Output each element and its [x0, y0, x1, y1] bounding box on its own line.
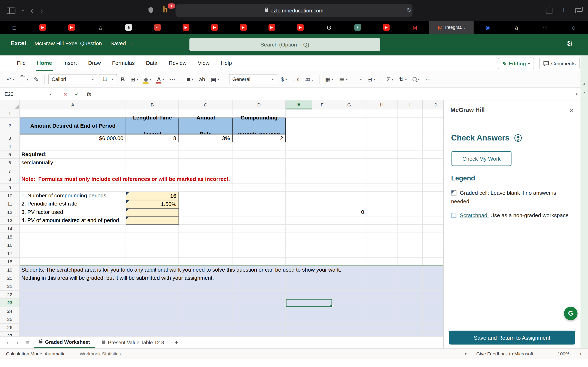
cell-I19[interactable] — [398, 266, 423, 274]
chatgpt-icon[interactable]: ∗ — [343, 21, 372, 34]
row-header-11[interactable]: 11 — [0, 200, 20, 208]
check-my-work-button[interactable]: Check My Work — [451, 151, 511, 166]
cell-D27[interactable] — [233, 332, 286, 336]
privacy-shield-icon[interactable] — [148, 7, 154, 15]
cell-C6[interactable] — [179, 159, 233, 167]
youtube-icon[interactable]: ▶ — [372, 21, 401, 34]
youtube-icon[interactable]: ▶ — [200, 21, 229, 34]
cell-F2[interactable] — [312, 118, 332, 134]
grid[interactable]: ABCDEFGHIJ123456789101112131415161718192… — [0, 100, 443, 336]
cell-E9[interactable] — [286, 184, 312, 192]
cell-I23[interactable] — [398, 299, 423, 307]
cell-C10[interactable] — [179, 192, 233, 200]
right-scroll-rail[interactable]: ▴ ▾ — [580, 55, 588, 348]
cell-F15[interactable] — [312, 233, 332, 241]
cell-I15[interactable] — [398, 233, 423, 241]
cell-F10[interactable] — [312, 192, 332, 200]
cell-C4[interactable] — [179, 142, 233, 150]
cell-D9[interactable] — [233, 184, 286, 192]
col-header-C[interactable]: C — [179, 100, 233, 109]
row-header-18[interactable]: 18 — [0, 258, 20, 266]
youtube-icon[interactable]: ▶ — [258, 21, 286, 34]
row-header-2[interactable]: 2 — [0, 118, 20, 134]
cell-I27[interactable] — [398, 332, 423, 336]
cell-J26[interactable] — [423, 324, 443, 332]
cell-A27[interactable] — [20, 332, 126, 336]
value-A5[interactable]: Required: — [20, 150, 48, 159]
menu-help[interactable]: Help — [215, 55, 238, 71]
cell-C21[interactable] — [179, 282, 233, 291]
cell-F11[interactable] — [312, 200, 332, 208]
cell-F12[interactable] — [312, 208, 332, 216]
youtube-icon[interactable]: ▶ — [29, 21, 57, 34]
row-header-23[interactable]: 23 — [0, 299, 20, 307]
back-icon[interactable]: ‹ — [31, 6, 34, 15]
cell-I3[interactable] — [398, 134, 423, 142]
cell-H3[interactable] — [366, 134, 397, 142]
app-launcher-icon[interactable]: □ — [0, 21, 29, 34]
row-header-26[interactable]: 26 — [0, 324, 20, 332]
cell-E10[interactable] — [286, 192, 312, 200]
cell-J24[interactable] — [423, 307, 443, 315]
cell-F25[interactable] — [312, 315, 332, 324]
zoom-level[interactable]: 100% — [558, 351, 570, 356]
row-header-9[interactable]: 9 — [0, 184, 20, 192]
cell-F26[interactable] — [312, 324, 332, 332]
calc-mode[interactable]: Calculation Mode: Automatic — [6, 351, 65, 356]
cell-I24[interactable] — [398, 307, 423, 315]
cell-H18[interactable] — [366, 258, 397, 266]
sheet-tab-graded-worksheet[interactable]: Graded Worksheet — [34, 337, 95, 348]
paste-button[interactable]: ▾ — [18, 74, 30, 85]
menu-data[interactable]: Data — [140, 55, 163, 71]
row-header-6[interactable]: 6 — [0, 159, 20, 167]
cell-E5[interactable] — [286, 150, 312, 159]
value-A6[interactable]: semiannually. — [20, 159, 56, 167]
cell-C24[interactable] — [179, 307, 233, 315]
insert-function-icon[interactable]: fx — [87, 91, 91, 97]
cell-I10[interactable] — [398, 192, 423, 200]
row-header-21[interactable]: 21 — [0, 282, 20, 291]
cell-C7[interactable] — [179, 167, 233, 175]
cell-D13[interactable] — [233, 217, 286, 225]
cell-H13[interactable] — [366, 217, 397, 225]
sidebar-toggle-icon[interactable] — [7, 7, 15, 14]
cell-J19[interactable] — [423, 266, 443, 274]
cell-D5[interactable] — [233, 150, 286, 159]
cell-B22[interactable] — [126, 291, 179, 299]
select-all-corner[interactable] — [0, 100, 20, 109]
cell-E18[interactable] — [286, 258, 312, 266]
cell-A25[interactable] — [20, 315, 126, 324]
cell-F14[interactable] — [312, 225, 332, 233]
cell-D7[interactable] — [233, 167, 286, 175]
cell-B24[interactable] — [126, 307, 179, 315]
cell-E12[interactable] — [286, 208, 312, 216]
cell-A17[interactable] — [20, 249, 126, 258]
value-A2[interactable]: Amount Desired at End of Period — [20, 118, 126, 134]
cell-B21[interactable] — [126, 282, 179, 291]
cell-D15[interactable] — [233, 233, 286, 241]
autosum-button[interactable]: Σ▾ — [385, 74, 395, 85]
cell-G13[interactable] — [332, 217, 366, 225]
cell-C14[interactable] — [179, 225, 233, 233]
cell-J13[interactable] — [423, 217, 443, 225]
cell-F3[interactable] — [312, 134, 332, 142]
cell-D21[interactable] — [233, 282, 286, 291]
cell-I16[interactable] — [398, 241, 423, 249]
number-format-select[interactable]: General▾ — [229, 74, 277, 84]
cell-J16[interactable] — [423, 241, 443, 249]
cell-F4[interactable] — [312, 142, 332, 150]
cell-J8[interactable] — [423, 175, 443, 184]
cell-I6[interactable] — [398, 159, 423, 167]
cell-A23[interactable] — [20, 299, 126, 307]
cell-B27[interactable] — [126, 332, 179, 336]
cell-H10[interactable] — [366, 192, 397, 200]
cell-H25[interactable] — [366, 315, 397, 324]
add-sheet-icon[interactable]: + — [171, 339, 182, 346]
cell-A24[interactable] — [20, 307, 126, 315]
cell-J18[interactable] — [423, 258, 443, 266]
value-D2[interactable]: Compounding periods per year — [233, 118, 286, 134]
cell-E21[interactable] — [286, 282, 312, 291]
cell-F16[interactable] — [312, 241, 332, 249]
youtube-icon[interactable]: ▶ — [286, 21, 315, 34]
value-A13[interactable]: 4. PV of amount desired at end of period — [20, 217, 121, 225]
